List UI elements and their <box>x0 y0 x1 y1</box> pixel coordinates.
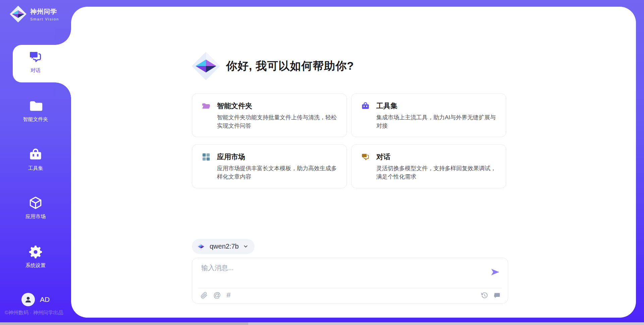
card-description: 智能文件夹功能支持批量文件上传与清洗，轻松实现文件问答 <box>217 114 337 130</box>
hash-icon[interactable]: # <box>226 291 230 299</box>
user-name: AD <box>40 296 50 304</box>
card-title: 对话 <box>376 152 390 161</box>
model-selector[interactable]: qwen2:7b <box>192 239 255 254</box>
card-chat[interactable]: 对话 灵活切换多模型文件，支持多样回复效果调试，满足个性化需求 <box>351 144 506 188</box>
sidebar-item-label: 工具集 <box>0 165 71 172</box>
card-smart-folder[interactable]: 智能文件夹 智能文件夹功能支持批量文件上传与清洗，轻松实现文件问答 <box>192 93 347 137</box>
brand-text: 神州问学 Smart Vision <box>30 7 59 21</box>
app-logo: 神州问学 Smart Vision <box>9 5 59 23</box>
sidebar-item-smart-folder[interactable]: 智能文件夹 <box>0 99 71 123</box>
card-toolkit[interactable]: 工具集 集成市场上主流工具，助力AI与外界无缝扩展与对接 <box>351 93 506 137</box>
mention-icon[interactable]: @ <box>213 291 221 299</box>
paperclip-icon[interactable] <box>201 292 208 299</box>
card-header: 应用市场 <box>202 152 337 161</box>
grid-icon <box>202 152 211 161</box>
copyright-text: ©神州数码 · 神州问学出品 <box>5 310 63 316</box>
card-header: 工具集 <box>361 101 496 111</box>
horizontal-scrollbar <box>0 322 644 325</box>
send-icon <box>490 267 500 277</box>
sidebar-item-app-market[interactable]: 应用市场 <box>0 196 71 220</box>
card-app-market[interactable]: 应用市场 应用市场提供丰富长文本模板，助力高效生成多样化文章内容 <box>192 144 347 188</box>
user-profile[interactable]: AD <box>0 293 71 306</box>
avatar <box>21 293 35 306</box>
feature-cards: 智能文件夹 智能文件夹功能支持批量文件上传与清洗，轻松实现文件问答 工具集 集成… <box>192 93 506 188</box>
greeting-block: 你好, 我可以如何帮助你? <box>191 51 354 81</box>
gear-icon <box>28 245 43 259</box>
sidebar-item-label: 系统设置 <box>0 262 71 269</box>
brand-subtitle: Smart Vision <box>30 17 59 21</box>
hero-diamond-icon <box>191 51 221 81</box>
chat-bubble-icon[interactable] <box>493 292 500 299</box>
main-panel: 你好, 我可以如何帮助你? 智能文件夹 智能文件夹功能支持批量文件上传与清洗，轻… <box>71 7 636 318</box>
cube-icon <box>28 196 43 210</box>
sidebar-item-toolkit[interactable]: 工具集 <box>0 147 71 172</box>
sidebar-item-label: 对话 <box>0 67 71 74</box>
composer-tools-right <box>481 292 500 299</box>
history-icon[interactable] <box>481 292 488 299</box>
card-header: 智能文件夹 <box>202 101 337 111</box>
model-name: qwen2:7b <box>210 243 239 250</box>
chevron-down-icon <box>243 244 249 249</box>
card-description: 应用市场提供丰富长文本模板，助力高效生成多样化文章内容 <box>217 165 337 181</box>
sidebar-item-chat[interactable]: 对话 <box>0 50 71 74</box>
composer-tools-left: @ # <box>201 291 231 299</box>
brand-diamond-icon <box>9 5 27 23</box>
scrollbar-thumb[interactable] <box>0 322 248 325</box>
briefcase-icon <box>361 102 370 111</box>
card-title: 工具集 <box>376 101 397 111</box>
composer-divider <box>198 288 502 288</box>
person-icon <box>24 295 33 304</box>
card-title: 智能文件夹 <box>217 101 252 111</box>
chat-icon <box>361 152 370 161</box>
card-title: 应用市场 <box>217 152 245 161</box>
sidebar-item-settings[interactable]: 系统设置 <box>0 245 71 269</box>
sidebar-item-label: 应用市场 <box>0 213 71 220</box>
card-description: 灵活切换多模型文件，支持多样回复效果调试，满足个性化需求 <box>376 165 496 181</box>
message-input[interactable] <box>201 263 486 283</box>
briefcase-icon <box>28 147 43 162</box>
brand-name: 神州问学 <box>30 7 59 16</box>
card-description: 集成市场上主流工具，助力AI与外界无缝扩展与对接 <box>376 114 496 130</box>
tab-fillet-top <box>55 29 71 45</box>
folder-open-icon <box>202 102 211 111</box>
folder-icon <box>28 99 43 113</box>
chat-icon <box>28 50 43 64</box>
sidebar-item-label: 智能文件夹 <box>0 116 71 123</box>
send-button[interactable] <box>490 267 500 277</box>
message-composer: @ # <box>192 258 508 304</box>
greeting-title: 你好, 我可以如何帮助你? <box>226 59 354 74</box>
tab-fillet-bottom <box>55 82 71 99</box>
model-diamond-icon <box>197 242 206 251</box>
card-header: 对话 <box>361 152 496 161</box>
